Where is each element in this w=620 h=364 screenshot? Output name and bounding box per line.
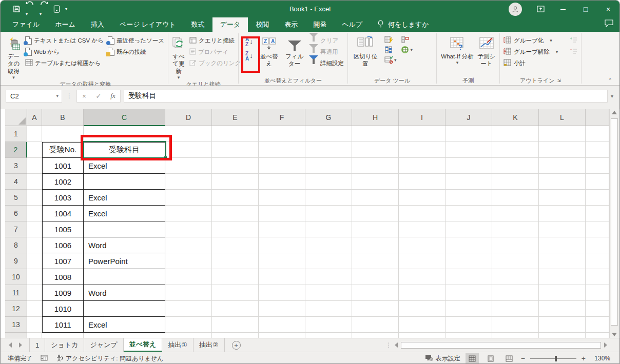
cell-B1[interactable] (42, 126, 84, 142)
cell-H3[interactable] (352, 158, 399, 174)
cell-F12[interactable] (259, 301, 305, 317)
row-header-12[interactable]: 12 (5, 301, 27, 317)
cell-G10[interactable] (305, 269, 352, 285)
cell-A14[interactable] (27, 333, 42, 338)
cell-I5[interactable] (399, 190, 445, 206)
refresh-all-button[interactable]: すべて更新 ▾ (170, 34, 187, 80)
cell-K3[interactable] (492, 158, 539, 174)
tab-developer[interactable]: 開発 (305, 17, 334, 32)
cell-E14[interactable] (212, 333, 259, 338)
cell-K2[interactable] (492, 142, 539, 158)
scroll-down-icon[interactable] (612, 333, 617, 336)
cell-K8[interactable] (492, 237, 539, 253)
cell-A7[interactable] (27, 221, 42, 237)
cell-E10[interactable] (212, 269, 259, 285)
cell-I3[interactable] (399, 158, 445, 174)
cell-D2[interactable] (165, 142, 212, 158)
cell-B13[interactable]: 1011 (42, 317, 84, 333)
from-web-button[interactable]: Web から (23, 46, 106, 57)
cell-L3[interactable] (539, 158, 586, 174)
cell-B7[interactable]: 1005 (42, 221, 84, 237)
text-to-columns-button[interactable]: 区切り位置 (350, 34, 381, 68)
cell-L11[interactable] (539, 285, 586, 301)
zoom-slider[interactable] (530, 358, 576, 359)
cell-partial-14[interactable] (586, 333, 609, 338)
cell-L10[interactable] (539, 269, 586, 285)
page-layout-view-button[interactable] (484, 353, 497, 364)
undo-button[interactable]: ▾ (26, 1, 34, 17)
flash-fill-button[interactable] (384, 36, 397, 44)
cell-H14[interactable] (352, 333, 399, 338)
row-header-1[interactable]: 1 (5, 126, 27, 142)
cell-K7[interactable] (492, 221, 539, 237)
cell-partial-9[interactable] (586, 253, 609, 269)
cell-E7[interactable] (212, 221, 259, 237)
tab-formulas[interactable]: 数式 (184, 17, 212, 32)
column-header-I[interactable]: I (399, 109, 445, 126)
cell-B3[interactable]: 1001 (42, 158, 84, 174)
cell-A8[interactable] (27, 237, 42, 253)
cell-C8[interactable]: Word (84, 237, 165, 253)
cell-J9[interactable] (445, 253, 492, 269)
cell-I12[interactable] (399, 301, 445, 317)
cell-I9[interactable] (399, 253, 445, 269)
tell-me-search[interactable]: 何をしますか (377, 17, 429, 32)
cell-E9[interactable] (212, 253, 259, 269)
scroll-left-icon[interactable] (395, 342, 398, 348)
cell-L12[interactable] (539, 301, 586, 317)
cell-J5[interactable] (445, 190, 492, 206)
column-header-C[interactable]: C (84, 109, 165, 126)
cell-B14[interactable] (42, 333, 84, 338)
recent-sources-button[interactable]: 最近使ったソース (106, 35, 166, 46)
cell-A4[interactable] (27, 174, 42, 190)
cell-F8[interactable] (259, 237, 305, 253)
scrollbar-splitter[interactable]: ⋮ (385, 341, 392, 349)
cell-D11[interactable] (165, 285, 212, 301)
advanced-filter-button[interactable]: 詳細設定 (307, 57, 346, 69)
cell-B2[interactable]: 受験No. (42, 142, 84, 158)
ungroup-button[interactable]: グループ解除▾ (501, 46, 568, 57)
cell-G13[interactable] (305, 317, 352, 333)
cell-H8[interactable] (352, 237, 399, 253)
maximize-button[interactable]: □ (574, 1, 597, 17)
row-header-9[interactable]: 9 (5, 253, 27, 269)
select-all-corner[interactable] (5, 109, 27, 126)
cell-partial-11[interactable] (586, 285, 609, 301)
cell-K12[interactable] (492, 301, 539, 317)
cell-G11[interactable] (305, 285, 352, 301)
cell-H12[interactable] (352, 301, 399, 317)
cell-K6[interactable] (492, 206, 539, 221)
scroll-up-icon[interactable] (612, 111, 617, 114)
row-header-7[interactable]: 7 (5, 221, 27, 237)
name-box-dropdown-icon[interactable]: ▾ (56, 93, 62, 98)
column-header-D[interactable]: D (165, 109, 212, 126)
cell-A9[interactable] (27, 253, 42, 269)
column-header-E[interactable]: E (212, 109, 259, 126)
cell-K5[interactable] (492, 190, 539, 206)
cell-partial-3[interactable] (586, 158, 609, 174)
cell-partial-7[interactable] (586, 221, 609, 237)
cell-H13[interactable] (352, 317, 399, 333)
cell-A6[interactable] (27, 206, 42, 221)
cell-D4[interactable] (165, 174, 212, 190)
column-header-B[interactable]: B (42, 109, 84, 126)
cell-A5[interactable] (27, 190, 42, 206)
cell-A1[interactable] (27, 126, 42, 142)
dialog-launcher-icon[interactable]: ⇲ (557, 78, 561, 83)
cell-L4[interactable] (539, 174, 586, 190)
normal-view-button[interactable] (466, 353, 479, 364)
cell-C13[interactable]: Excel (84, 317, 165, 333)
cell-A11[interactable] (27, 285, 42, 301)
cell-F7[interactable] (259, 221, 305, 237)
cell-H7[interactable] (352, 221, 399, 237)
row-header-4[interactable]: 4 (5, 174, 27, 190)
cell-I8[interactable] (399, 237, 445, 253)
cell-G9[interactable] (305, 253, 352, 269)
insert-function-button[interactable]: fx (106, 92, 120, 100)
vertical-scrollbar[interactable] (609, 109, 619, 338)
worksheet-grid[interactable]: ABCDEFGHIJKL 12受験No.受験科目31001Excel410025… (5, 109, 610, 338)
cell-J13[interactable] (445, 317, 492, 333)
cell-F2[interactable] (259, 142, 305, 158)
cell-H9[interactable] (352, 253, 399, 269)
cell-I14[interactable] (399, 333, 445, 338)
